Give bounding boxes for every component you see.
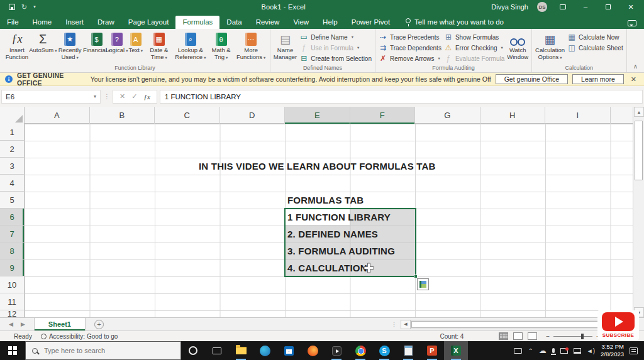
logical-button[interactable]: ?Logical▾	[108, 30, 126, 54]
more-functions-button[interactable]: ⋯More Functions▾	[234, 30, 267, 60]
insert-function-fx-icon[interactable]: ƒx	[143, 93, 150, 101]
define-name-button[interactable]: ▭Define Name▾	[299, 32, 372, 42]
tab-home[interactable]: Home	[26, 16, 59, 29]
row-header-12[interactable]: 12	[0, 310, 24, 317]
evaluate-formula-button[interactable]: ƒEvaluate Formula	[444, 53, 504, 63]
search-input[interactable]	[43, 346, 156, 355]
column-header-e[interactable]: E	[285, 107, 350, 124]
row-header-5[interactable]: 5	[0, 192, 24, 209]
formula-input[interactable]: 1 FUNCTION LIBRARY	[160, 90, 643, 104]
tell-me-box[interactable]: Tell me what you want to do	[406, 18, 504, 29]
taskbar-app-skype[interactable]: S	[372, 341, 396, 360]
row-header-3[interactable]: 3	[0, 158, 24, 175]
row-header-1[interactable]: 1	[0, 124, 24, 141]
action-center-icon[interactable]	[630, 347, 638, 354]
quick-analysis-button[interactable]	[417, 278, 429, 290]
taskbar-app-task-view[interactable]	[205, 341, 229, 360]
ribbon-display-options-button[interactable]	[556, 3, 570, 11]
trace-dependents-button[interactable]: ⇉Trace Dependents	[379, 43, 441, 53]
row-header-4[interactable]: 4	[0, 175, 24, 192]
sheet-tab-sheet1[interactable]: Sheet1	[34, 318, 86, 330]
zoom-slider[interactable]	[581, 334, 584, 339]
formula-bar-handle[interactable]: ⋮	[101, 93, 113, 100]
user-name[interactable]: Divya Singh	[491, 3, 528, 11]
tab-help[interactable]: Help	[316, 16, 345, 29]
screen-recorder-icon[interactable]	[560, 348, 568, 354]
autosum-button[interactable]: ΣAutoSum▾	[32, 30, 54, 54]
row-header-9[interactable]: 9	[0, 259, 24, 276]
column-header-f[interactable]: F	[350, 107, 416, 124]
get-genuine-office-button[interactable]: Get genuine Office	[496, 74, 568, 84]
sheet-next-icon[interactable]: ▶	[21, 321, 25, 327]
show-formulas-button[interactable]: ⊞Show Formulas	[444, 32, 504, 42]
tab-page-layout[interactable]: Page Layout	[121, 16, 176, 29]
warning-close-icon[interactable]: ✕	[628, 75, 639, 84]
taskbar-app-firefox[interactable]	[301, 341, 325, 360]
qat-dropdown-icon[interactable]: ▾	[33, 4, 36, 9]
row-header-10[interactable]: 10	[0, 276, 24, 293]
column-header-g[interactable]: G	[415, 107, 480, 124]
taskbar-app-notepad[interactable]	[396, 341, 420, 360]
taskbar-app-powerpoint[interactable]: P	[420, 341, 444, 360]
tab-draw[interactable]: Draw	[91, 16, 121, 29]
onedrive-icon[interactable]: ☁	[539, 346, 547, 355]
collapse-ribbon-icon[interactable]: ∧	[627, 63, 644, 72]
row-header-6[interactable]: 6	[0, 209, 24, 226]
column-header-c[interactable]: C	[155, 107, 220, 124]
error-checking-button[interactable]: ⚠Error Checking▾	[444, 43, 504, 53]
horizontal-scroll-thumb[interactable]	[411, 321, 598, 328]
name-box-dropdown-icon[interactable]: ▾	[94, 94, 96, 99]
volume-icon[interactable]: ◄)	[587, 347, 595, 354]
tab-insert[interactable]: Insert	[58, 16, 91, 29]
redo-icon[interactable]: ↻	[21, 3, 27, 11]
accessibility-status[interactable]: Accessibility: Good to go	[41, 333, 118, 340]
tray-chevron-up-icon[interactable]: ⌃	[528, 347, 533, 354]
row-header-7[interactable]: 7	[0, 226, 24, 243]
lookup-reference-button[interactable]: ⌕Lookup & Reference▾	[173, 30, 208, 60]
taskbar-app-edge[interactable]	[253, 341, 277, 360]
scroll-left-icon[interactable]: ◀	[401, 320, 411, 329]
name-manager-button[interactable]: ▤Name Manager	[272, 30, 299, 60]
cell-banner-row3[interactable]: IN THIS VIDEO WE LEARN ABOUT FORMULAS TA…	[199, 158, 436, 175]
calculate-now-button[interactable]: ▦Calculate Now	[567, 32, 623, 42]
learn-more-button[interactable]: Learn more	[572, 74, 624, 84]
use-in-formula-button[interactable]: ƒUse in Formula▾	[299, 43, 372, 53]
minimize-button[interactable]: –	[579, 3, 592, 11]
create-from-selection-button[interactable]: ⊟Create from Selection	[299, 53, 372, 63]
row-header-2[interactable]: 2	[0, 141, 24, 158]
save-icon[interactable]	[9, 4, 15, 10]
taskbar-clock[interactable]: 3:52 PM 2/8/2023	[601, 343, 624, 358]
tab-review[interactable]: Review	[249, 16, 287, 29]
new-sheet-icon[interactable]: +	[94, 320, 104, 329]
tab-splitter-handle[interactable]: ⋮	[391, 321, 401, 327]
select-all-corner[interactable]	[0, 107, 25, 124]
tab-formulas[interactable]: Formulas	[175, 16, 219, 29]
column-header-i[interactable]: I	[545, 107, 611, 124]
insert-function-button[interactable]: ƒxInsert Function	[2, 30, 32, 60]
column-header-b[interactable]: B	[90, 107, 155, 124]
financial-button[interactable]: $Financial▾	[86, 30, 108, 54]
watch-window-button[interactable]: Watch Window	[506, 30, 530, 60]
scroll-up-icon[interactable]: ▲	[634, 107, 644, 117]
tab-power-pivot[interactable]: Power Pivot	[345, 16, 397, 29]
row-header-11[interactable]: 11	[0, 293, 24, 310]
cancel-entry-icon[interactable]: ✕	[119, 92, 125, 101]
taskbar-app-file-explorer[interactable]	[229, 341, 253, 360]
network-icon[interactable]	[574, 348, 581, 354]
comments-icon[interactable]	[628, 20, 636, 26]
tab-data[interactable]: Data	[219, 16, 248, 29]
calculation-options-button[interactable]: ▦Calculation Options▾	[534, 30, 566, 60]
tab-file[interactable]: File	[0, 16, 26, 29]
page-layout-view-button[interactable]	[513, 332, 523, 340]
taskbar-app-phone[interactable]	[325, 341, 348, 360]
horizontal-scrollbar[interactable]: ◀	[401, 320, 602, 329]
taskbar-app-store[interactable]	[277, 341, 301, 360]
math-trig-button[interactable]: θMath & Trig▾	[208, 30, 235, 60]
touch-keyboard-icon[interactable]	[514, 348, 522, 354]
remove-arrows-button[interactable]: ✗Remove Arrows▾	[379, 53, 441, 63]
column-header-h[interactable]: H	[480, 107, 546, 124]
cell-e5[interactable]: FORMULAS TAB	[287, 192, 364, 209]
name-box[interactable]: E6 ▾	[1, 90, 101, 104]
taskbar-app-excel[interactable]: X	[444, 341, 468, 360]
confirm-entry-icon[interactable]: ✓	[131, 92, 137, 101]
